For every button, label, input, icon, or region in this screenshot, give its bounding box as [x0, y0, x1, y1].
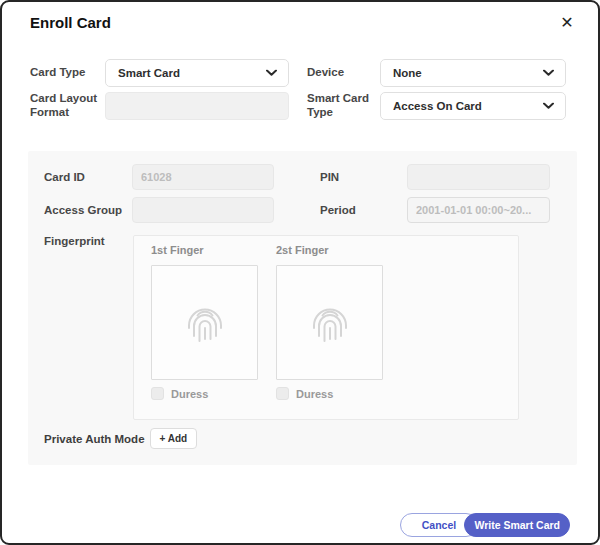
card-type-label: Card Type [30, 66, 105, 80]
pin-field: PIN [320, 164, 550, 190]
second-finger-capture-box[interactable] [276, 265, 383, 380]
access-group-field: Access Group [44, 197, 274, 223]
fingerprint-icon [185, 299, 225, 347]
period-field: Period [320, 197, 550, 223]
access-group-label: Access Group [44, 204, 132, 216]
first-finger-capture-box[interactable] [151, 265, 258, 380]
card-id-input[interactable] [132, 164, 274, 190]
private-auth-mode-label: Private Auth Mode [44, 433, 145, 445]
fingerprint-icon [310, 299, 350, 347]
card-type-field: Card Type Smart Card [30, 59, 289, 87]
card-type-value: Smart Card [118, 67, 180, 79]
card-layout-format-field: Card Layout Format [30, 92, 289, 120]
card-id-label: Card ID [44, 171, 132, 183]
first-finger-block: 1st Finger Duress [151, 236, 258, 400]
first-finger-label: 1st Finger [151, 244, 258, 258]
device-value: None [393, 67, 422, 79]
second-finger-block: 2st Finger Duress [276, 236, 383, 400]
enroll-card-dialog: Enroll Card ✕ Card Type Smart Card Devic… [0, 0, 600, 545]
second-finger-duress: Duress [276, 387, 383, 400]
pin-label: PIN [320, 171, 407, 183]
private-auth-mode-row: Private Auth Mode + Add [44, 428, 197, 449]
pin-input[interactable] [407, 164, 550, 190]
chevron-down-icon [266, 70, 277, 77]
close-icon: ✕ [560, 14, 573, 31]
write-smart-card-button[interactable]: Write Smart Card [464, 513, 570, 537]
smart-card-type-value: Access On Card [393, 100, 482, 112]
device-select[interactable]: None [380, 59, 566, 87]
device-field: Device None [307, 59, 566, 87]
close-button[interactable]: ✕ [554, 10, 580, 36]
dialog-title: Enroll Card [30, 14, 111, 31]
add-private-auth-button[interactable]: + Add [150, 428, 198, 449]
period-label: Period [320, 204, 407, 216]
access-group-input[interactable] [132, 197, 274, 223]
duress-label: Duress [296, 388, 333, 400]
duress-label: Duress [171, 388, 208, 400]
card-type-select[interactable]: Smart Card [105, 59, 289, 87]
chevron-down-icon [543, 70, 554, 77]
smart-card-type-field: Smart Card Type Access On Card [307, 92, 566, 120]
fingerprint-label: Fingerprint [44, 235, 105, 247]
second-finger-label: 2st Finger [276, 244, 383, 258]
card-layout-format-label: Card Layout Format [30, 92, 105, 120]
period-input[interactable] [407, 197, 550, 223]
fingerprint-section: 1st Finger Duress [133, 235, 519, 420]
card-layout-format-input[interactable] [105, 92, 289, 120]
first-finger-duress: Duress [151, 387, 258, 400]
smart-card-type-select[interactable]: Access On Card [380, 92, 566, 120]
duress-checkbox[interactable] [276, 387, 289, 400]
card-id-field: Card ID [44, 164, 274, 190]
card-info-panel: Card ID PIN Access Group Period Fingerpr… [28, 151, 577, 465]
device-label: Device [307, 66, 380, 80]
smart-card-type-label: Smart Card Type [307, 92, 380, 120]
duress-checkbox[interactable] [151, 387, 164, 400]
chevron-down-icon [543, 103, 554, 110]
